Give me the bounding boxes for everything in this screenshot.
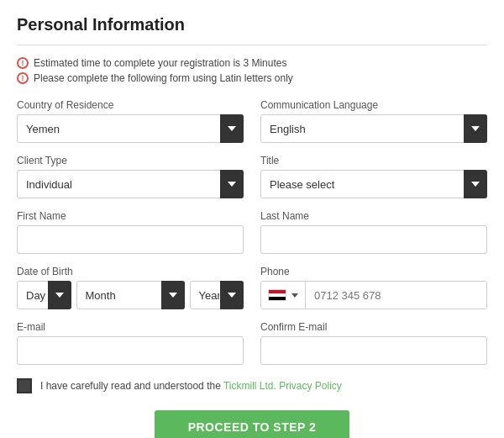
dob-label: Date of Birth	[17, 266, 244, 277]
privacy-policy-checkbox[interactable]	[17, 378, 32, 393]
first-name-group: First Name	[17, 210, 244, 254]
country-of-residence-wrapper: Yemen Egypt United Kingdom USA	[17, 114, 244, 143]
warning-icon-2: !	[17, 72, 29, 84]
dob-month-wrapper: Month JanuaryFebruary MarchApril	[76, 281, 185, 309]
first-name-input[interactable]	[17, 225, 244, 254]
dob-month-select[interactable]: Month JanuaryFebruary MarchApril	[76, 281, 185, 309]
page-container: Personal Information ! Estimated time to…	[0, 0, 504, 438]
communication-language-group: Communication Language English Arabic Fr…	[260, 99, 487, 143]
dob-group: Date of Birth Day 12 34 5 Month JanuaryF…	[17, 266, 244, 309]
notice-1: ! Estimated time to complete your regist…	[17, 57, 487, 69]
country-of-residence-select[interactable]: Yemen Egypt United Kingdom USA	[17, 114, 244, 143]
email-group: E-mail	[17, 321, 244, 365]
phone-input[interactable]	[306, 282, 486, 309]
phone-row	[260, 281, 487, 309]
client-type-label: Client Type	[17, 155, 244, 166]
last-name-group: Last Name	[260, 210, 487, 254]
phone-group: Phone	[260, 266, 487, 309]
dob-year-select[interactable]: Year 20001999 19901985	[190, 281, 244, 309]
privacy-policy-link[interactable]: Tickmill Ltd. Privacy Policy	[223, 380, 342, 392]
communication-language-label: Communication Language	[260, 99, 487, 111]
email-label: E-mail	[17, 321, 244, 333]
checkbox-label-before: I have carefully read and understood the	[40, 380, 223, 392]
confirm-email-label: Confirm E-mail	[260, 321, 487, 333]
country-of-residence-group: Country of Residence Yemen Egypt United …	[17, 99, 244, 143]
title-label: Title	[260, 155, 487, 166]
last-name-label: Last Name	[260, 210, 487, 222]
checkbox-label: I have carefully read and understood the…	[40, 380, 342, 392]
communication-language-wrapper: English Arabic French	[260, 114, 487, 143]
first-name-label: First Name	[17, 210, 244, 222]
dob-day-select[interactable]: Day 12 34 5	[17, 281, 71, 309]
notices-section: ! Estimated time to complete your regist…	[17, 57, 487, 84]
divider	[17, 45, 487, 45]
phone-label: Phone	[260, 266, 487, 277]
title-group: Title Please select Mr Mrs Ms Dr	[260, 155, 487, 198]
email-input[interactable]	[17, 336, 244, 365]
client-type-group: Client Type Individual Corporate	[17, 155, 244, 198]
flag-chevron-icon	[291, 293, 298, 298]
confirm-email-group: Confirm E-mail	[260, 321, 487, 365]
form-grid: Country of Residence Yemen Egypt United …	[17, 99, 487, 365]
proceed-button[interactable]: PROCEED TO STEP 2	[155, 410, 350, 438]
client-type-select[interactable]: Individual Corporate	[17, 170, 244, 198]
confirm-email-input[interactable]	[260, 336, 487, 365]
dob-year-wrapper: Year 20001999 19901985	[190, 281, 244, 309]
title-select[interactable]: Please select Mr Mrs Ms Dr	[260, 170, 487, 198]
client-type-wrapper: Individual Corporate	[17, 170, 244, 198]
phone-flag-selector[interactable]	[261, 282, 306, 309]
page-title: Personal Information	[17, 15, 487, 34]
checkbox-row: I have carefully read and understood the…	[17, 378, 487, 393]
warning-icon-1: !	[17, 57, 29, 69]
dob-day-wrapper: Day 12 34 5	[17, 281, 71, 309]
notice-1-text: Estimated time to complete your registra…	[34, 57, 286, 69]
last-name-input[interactable]	[260, 225, 487, 254]
communication-language-select[interactable]: English Arabic French	[260, 114, 487, 143]
flag-stripe-black	[269, 297, 286, 300]
notice-2: ! Please complete the following form usi…	[17, 72, 487, 84]
country-of-residence-label: Country of Residence	[17, 99, 244, 111]
dob-row: Day 12 34 5 Month JanuaryFebruary MarchA…	[17, 281, 244, 309]
notice-2-text: Please complete the following form using…	[34, 72, 293, 84]
egypt-flag	[268, 289, 286, 301]
title-wrapper: Please select Mr Mrs Ms Dr	[260, 170, 487, 198]
